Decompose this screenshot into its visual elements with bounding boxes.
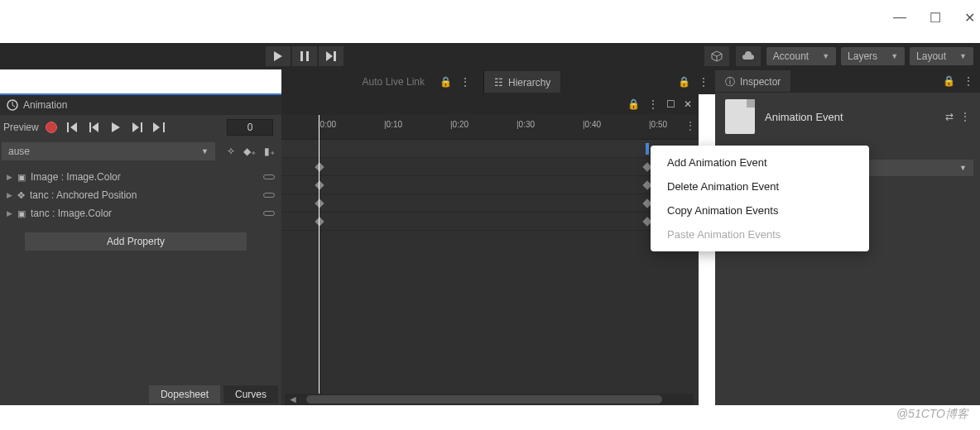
context-menu-item: Paste Animation Events bbox=[651, 222, 869, 246]
add-keyframe-icon[interactable]: ◆₊ bbox=[243, 146, 256, 157]
menu-icon[interactable]: ⋮ bbox=[699, 76, 709, 88]
animation-view-tabs: Dopesheet Curves bbox=[0, 385, 281, 405]
keyframe[interactable] bbox=[315, 198, 324, 208]
main-toolbar: Account▼ Layers▼ Layout▼ bbox=[0, 43, 980, 69]
revert-icon[interactable]: ⇄ bbox=[945, 111, 954, 122]
keyframe[interactable] bbox=[315, 217, 324, 226]
context-menu-item[interactable]: Add Animation Event bbox=[651, 150, 869, 174]
timeline-menu-icon[interactable]: ⋮ bbox=[685, 120, 695, 131]
svg-marker-11 bbox=[112, 122, 120, 132]
pause-button[interactable] bbox=[291, 45, 318, 67]
property-row[interactable]: ▶▣Image : Image.Color bbox=[0, 168, 281, 186]
add-property-button[interactable]: Add Property bbox=[25, 232, 247, 251]
animation-icon bbox=[7, 99, 18, 111]
menu-icon[interactable]: ⋮ bbox=[460, 76, 470, 88]
mid-header: Auto Live Link 🔒⋮ ☷Hierarchy 🔒⋮ bbox=[281, 69, 715, 94]
dopesheet-track[interactable] bbox=[281, 213, 699, 231]
svg-rect-9 bbox=[89, 122, 91, 132]
first-frame-button[interactable] bbox=[64, 118, 82, 136]
property-row[interactable]: ▶✥tanc : Anchored Position bbox=[0, 186, 281, 204]
ruler-tick: |0:00 bbox=[318, 120, 336, 129]
ruler-tick: |0:20 bbox=[450, 120, 468, 129]
menu-icon[interactable]: ⋮ bbox=[648, 98, 658, 110]
last-frame-button[interactable] bbox=[150, 118, 168, 136]
cloud-icon[interactable] bbox=[735, 45, 761, 67]
context-menu-item[interactable]: Delete Animation Event bbox=[651, 174, 869, 198]
layout-dropdown[interactable]: Layout▼ bbox=[910, 47, 973, 65]
svg-marker-12 bbox=[132, 122, 139, 132]
lock-icon[interactable]: 🔒 bbox=[440, 76, 452, 88]
add-event-icon[interactable]: ▮₊ bbox=[264, 146, 275, 157]
property-row[interactable]: ▶▣tanc : Image.Color bbox=[0, 204, 281, 222]
ruler-tick: |0:40 bbox=[583, 120, 601, 129]
os-titlebar: — ☐ ✕ bbox=[0, 0, 980, 35]
keyframe[interactable] bbox=[315, 162, 324, 171]
timeline-panel: 🔒 ⋮ ☐ ✕ |0:00|0:10|0:20|0:30|0:40|0:50 ⋮ bbox=[281, 93, 699, 405]
account-dropdown[interactable]: Account▼ bbox=[766, 47, 836, 65]
time-ruler[interactable]: |0:00|0:10|0:20|0:30|0:40|0:50 bbox=[281, 115, 699, 140]
svg-rect-2 bbox=[306, 51, 309, 61]
svg-marker-10 bbox=[92, 122, 98, 132]
play-button[interactable] bbox=[265, 45, 291, 67]
frame-field[interactable] bbox=[227, 119, 273, 136]
lock-icon[interactable]: 🔒 bbox=[943, 75, 955, 87]
watermark: @51CTO博客 bbox=[896, 407, 968, 422]
next-frame-button[interactable] bbox=[128, 118, 147, 136]
menu-icon[interactable]: ⋮ bbox=[960, 111, 970, 122]
visibility-icon[interactable] bbox=[263, 211, 275, 216]
play-anim-button[interactable] bbox=[107, 118, 125, 136]
maximize-icon[interactable]: ☐ bbox=[666, 98, 675, 110]
clip-dropdown[interactable]: ause▼ bbox=[2, 142, 215, 160]
keyframe[interactable] bbox=[315, 180, 324, 189]
svg-marker-8 bbox=[70, 122, 77, 132]
svg-rect-7 bbox=[67, 122, 69, 132]
dopesheet-track[interactable] bbox=[281, 194, 699, 213]
svg-rect-15 bbox=[163, 122, 165, 132]
maximize-button[interactable]: ☐ bbox=[930, 10, 941, 26]
animation-panel: Animation Preview ause▼ ✧ ◆₊ ▮₊ ▶▣Image … bbox=[0, 93, 281, 405]
event-marker[interactable] bbox=[646, 143, 649, 155]
close-panel-icon[interactable]: ✕ bbox=[684, 98, 692, 110]
dopesheet-track[interactable] bbox=[281, 158, 699, 176]
lock-icon[interactable]: 🔒 bbox=[678, 76, 690, 88]
playhead[interactable] bbox=[319, 115, 319, 405]
tab-curves[interactable]: Curves bbox=[223, 385, 278, 404]
svg-rect-4 bbox=[334, 51, 336, 61]
svg-rect-1 bbox=[300, 51, 303, 61]
minimize-button[interactable]: — bbox=[893, 10, 906, 25]
prev-frame-button[interactable] bbox=[85, 118, 103, 136]
tab-dopesheet[interactable]: Dopesheet bbox=[149, 385, 220, 404]
filter-icon[interactable]: ✧ bbox=[227, 146, 235, 157]
preview-label[interactable]: Preview bbox=[3, 122, 39, 133]
svg-rect-13 bbox=[141, 122, 142, 132]
timeline-scrollbar[interactable]: ◄ bbox=[285, 394, 694, 405]
asset-icon bbox=[725, 99, 755, 134]
svg-marker-3 bbox=[326, 51, 333, 61]
svg-marker-14 bbox=[153, 122, 160, 132]
svg-marker-5 bbox=[712, 51, 722, 56]
package-icon[interactable] bbox=[704, 45, 730, 67]
close-button[interactable]: ✕ bbox=[964, 10, 975, 26]
ruler-tick: |0:10 bbox=[384, 120, 402, 129]
animation-tab-label[interactable]: Animation bbox=[23, 99, 67, 111]
tab-hierarchy[interactable]: ☷Hierarchy bbox=[484, 71, 560, 93]
visibility-icon[interactable] bbox=[263, 193, 275, 198]
svg-marker-0 bbox=[274, 51, 282, 61]
tab-inspector[interactable]: ⓘInspector bbox=[715, 70, 790, 92]
auto-live-link-label: Auto Live Link bbox=[363, 76, 425, 88]
event-track[interactable] bbox=[281, 140, 699, 158]
context-menu-item[interactable]: Copy Animation Events bbox=[651, 198, 869, 222]
lock-icon[interactable]: 🔒 bbox=[627, 98, 640, 110]
dopesheet-track[interactable] bbox=[281, 176, 699, 194]
visibility-icon[interactable] bbox=[263, 174, 275, 179]
context-menu: Add Animation EventDelete Animation Even… bbox=[651, 146, 869, 251]
step-button[interactable] bbox=[318, 45, 344, 67]
asset-title: Animation Event bbox=[765, 111, 843, 123]
ruler-tick: |0:50 bbox=[649, 120, 667, 129]
ruler-tick: |0:30 bbox=[516, 120, 535, 129]
layers-dropdown[interactable]: Layers▼ bbox=[841, 47, 905, 65]
menu-icon[interactable]: ⋮ bbox=[963, 75, 973, 87]
record-button[interactable] bbox=[42, 118, 60, 136]
